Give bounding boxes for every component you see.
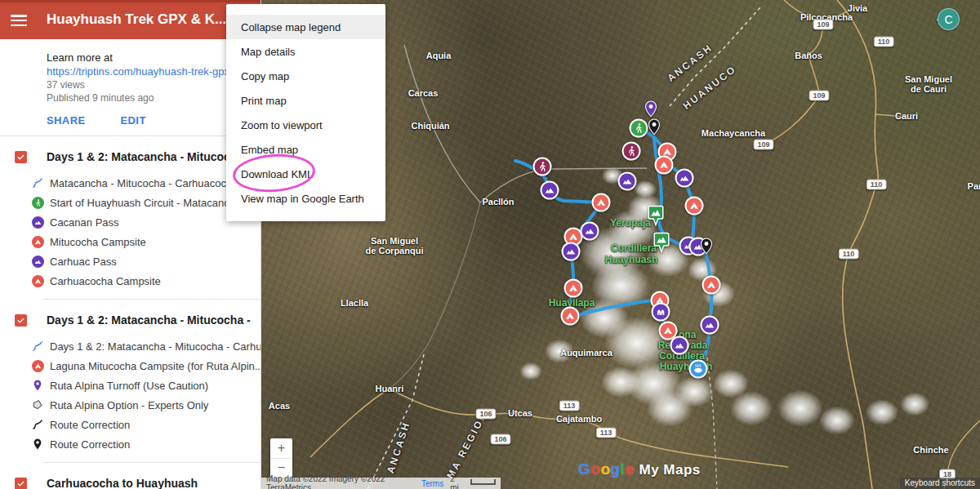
- route-shield: 110: [839, 249, 859, 260]
- legend-item[interactable]: Route Correction: [0, 415, 261, 434]
- legend-item-label: Carhuacocha Campsite: [50, 275, 164, 287]
- pin-icon: [31, 438, 44, 451]
- legend-item[interactable]: Carhuacocha Campsite: [0, 271, 261, 291]
- mountain-icon: [31, 255, 44, 268]
- campsite-marker[interactable]: [564, 279, 583, 298]
- pass-marker[interactable]: [541, 181, 559, 200]
- legend-item[interactable]: Ruta Alpina Turnoff (Use Caution): [0, 376, 261, 395]
- share-button[interactable]: SHARE: [47, 114, 86, 127]
- keyboard-shortcuts-link[interactable]: Keyboard shortcuts: [900, 478, 980, 489]
- campsite-marker[interactable]: [685, 197, 704, 216]
- pass-marker[interactable]: [618, 172, 637, 191]
- hiker-icon: [31, 196, 44, 209]
- legend-item[interactable]: Days 1 & 2: Matacancha - Mitucocha - Car…: [0, 336, 261, 356]
- layer-checkbox[interactable]: [15, 314, 27, 327]
- cordillera-peak-marker[interactable]: [653, 232, 670, 253]
- layer-title[interactable]: Days 1 & 2: Matacancha - Mitucocha - Ca.…: [47, 313, 252, 327]
- region-border: [368, 351, 425, 489]
- region-border: [706, 351, 717, 489]
- route-line-icon: [31, 418, 44, 431]
- legend-item-label: Days 1 & 2: Matacancha - Mitucocha - Car…: [50, 340, 261, 353]
- hiker-icon: [32, 197, 44, 209]
- legend-item[interactable]: Carhuac Pass: [0, 251, 261, 271]
- hot-spring-marker[interactable]: [689, 360, 708, 379]
- legend-items: Days 1 & 2: Matacancha - Mitucocha - Car…: [0, 336, 261, 454]
- layers-list: Days 1 & 2: Matacancha - Mitucocha - Ca.…: [0, 136, 261, 489]
- published-text: Published 9 minutes ago: [47, 91, 247, 104]
- road: [390, 202, 480, 389]
- campsite-marker[interactable]: [655, 156, 674, 175]
- app-header: Huayhuash Trek GPX & K...: [0, 0, 261, 39]
- hiker-marker[interactable]: [622, 142, 641, 161]
- mountain-icon: [32, 216, 44, 229]
- route-shield: 106: [490, 434, 510, 445]
- route-shield: 110: [874, 37, 894, 47]
- tent-icon: [32, 360, 44, 372]
- route-shield: 113: [596, 428, 617, 438]
- route-correction-pin[interactable]: [697, 234, 715, 258]
- legend-item[interactable]: Route Correction: [0, 434, 261, 454]
- menu-item-map-details[interactable]: Map details: [226, 39, 385, 64]
- highway-109: [764, 0, 859, 144]
- legend-item-label: Route Correction: [50, 419, 133, 431]
- route-correction-pin[interactable]: [645, 115, 663, 139]
- lodge-marker[interactable]: [652, 303, 670, 322]
- context-menu: Collapse map legendMap detailsCopy mapPr…: [226, 4, 385, 221]
- layer-title[interactable]: Days 1 & 2: Matacancha - Mitucocha - Ca.…: [47, 150, 252, 163]
- edit-button[interactable]: EDIT: [121, 114, 146, 127]
- map-info-panel: Learn more at https://triptins.com/huayh…: [0, 39, 261, 136]
- highway-110: [837, 0, 878, 489]
- hiker-marker[interactable]: [533, 158, 552, 176]
- terms-link[interactable]: Terms: [421, 479, 443, 488]
- page-title: Huayhuash Trek GPX & K...: [47, 11, 233, 28]
- layer-title[interactable]: Carhuacocha to Huayhuash: [47, 477, 198, 489]
- pass-marker[interactable]: [675, 169, 694, 188]
- map-link[interactable]: https://triptins.com/huayhuash-trek-gpx/: [47, 64, 247, 78]
- highway-106-113: [310, 389, 788, 467]
- menu-item-zoom-to-viewport[interactable]: Zoom to viewport: [226, 113, 385, 137]
- pass-marker[interactable]: [562, 242, 581, 261]
- yerupaja-peak-marker[interactable]: [648, 205, 664, 226]
- menu-item-embed-map[interactable]: Embed map: [226, 137, 385, 162]
- mountain-icon: [32, 256, 44, 268]
- pass-marker[interactable]: [670, 336, 689, 355]
- legend-item-label: Ruta Alpina Option - Experts Only: [50, 399, 212, 411]
- layer-checkbox[interactable]: [15, 151, 27, 163]
- campsite-marker[interactable]: [592, 193, 611, 212]
- campsite-marker[interactable]: [702, 276, 721, 295]
- views-count: 37 views: [47, 78, 247, 91]
- layer-section: Days 1 & 2: Matacancha - Mitucocha - Ca.…: [0, 136, 261, 299]
- menu-item-copy-map[interactable]: Copy map: [226, 64, 385, 88]
- hamburger-icon[interactable]: [11, 15, 27, 26]
- route-shield: 110: [866, 180, 887, 190]
- learn-more-text: Learn more at: [47, 51, 247, 64]
- route-shield: 113: [559, 401, 580, 411]
- menu-item-collapse-map-legend[interactable]: Collapse map legend: [226, 15, 385, 39]
- legend-item[interactable]: Mitucocha Campsite: [0, 232, 261, 251]
- layer-checkbox[interactable]: [15, 478, 27, 489]
- tent-icon: [31, 235, 44, 248]
- legend-item[interactable]: Matacancha - Mitucocha - Carhuacocha (No…: [0, 173, 261, 193]
- pass-marker[interactable]: [581, 222, 599, 241]
- menu-item-download-kml[interactable]: Download KML: [226, 162, 385, 186]
- google-my-maps-watermark: Google My Maps: [578, 460, 701, 478]
- zoom-control: + −: [270, 438, 292, 478]
- menu-item-print-map[interactable]: Print map: [226, 88, 385, 113]
- legend-item[interactable]: Ruta Alpina Option - Experts Only: [0, 395, 261, 415]
- menu-item-view-map-in-google-earth[interactable]: View map in Google Earth: [226, 186, 385, 211]
- zoom-in-button[interactable]: +: [270, 438, 292, 459]
- layer-header: Days 1 & 2: Matacancha - Mitucocha - Ca.…: [0, 310, 261, 330]
- attribution-bar: Map data ©2022 Imagery ©2022 TerraMetric…: [261, 478, 501, 489]
- legend-item[interactable]: Laguna Mitucocha Campsite (for Ruta Alpi…: [0, 356, 261, 376]
- avatar[interactable]: C: [938, 8, 960, 30]
- legend-item-label: Mitucocha Campsite: [50, 236, 149, 248]
- map-credits: Map data ©2022 Imagery ©2022 TerraMetric…: [266, 474, 415, 489]
- route-shield: 109: [808, 91, 829, 101]
- google-my-maps-app: Huayhuash Trek GPX & K... Learn more at …: [0, 0, 980, 489]
- legend-item[interactable]: Start of Huayhuash Circuit - Matacancha …: [0, 193, 261, 212]
- legend-item-label: Carhuac Pass: [50, 256, 120, 268]
- campsite-marker[interactable]: [561, 307, 580, 326]
- tent-icon: [31, 274, 44, 287]
- pass-marker[interactable]: [701, 316, 719, 335]
- legend-item[interactable]: Cacanan Pass: [0, 212, 261, 232]
